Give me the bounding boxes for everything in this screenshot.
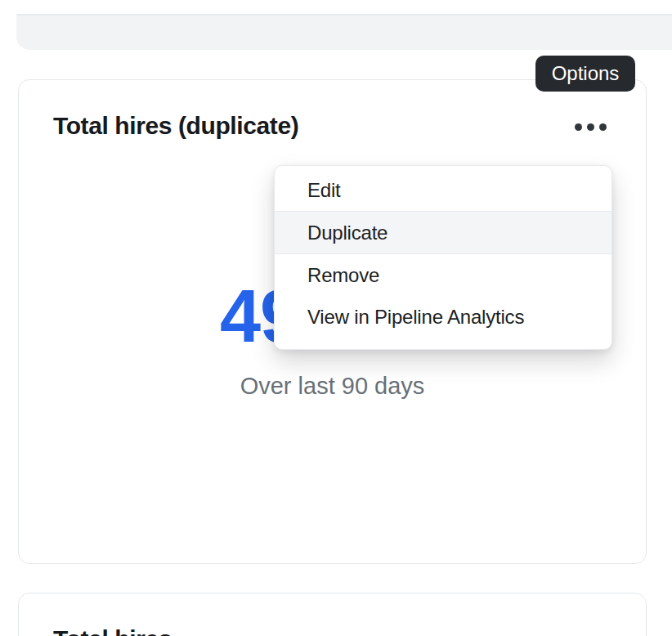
metric-subtitle: Over last 90 days	[19, 372, 646, 400]
ellipsis-icon	[575, 123, 607, 131]
card-options-menu: Edit Duplicate Remove View in Pipeline A…	[274, 165, 612, 350]
metric-card-total-hires: Total hires	[18, 593, 647, 636]
menu-item-view-pipeline-analytics[interactable]: View in Pipeline Analytics	[275, 296, 612, 338]
card-options-button[interactable]	[567, 114, 613, 139]
card-title: Total hires (duplicate)	[53, 111, 298, 141]
menu-item-duplicate[interactable]: Duplicate	[275, 212, 612, 253]
card-title: Total hires	[53, 625, 172, 636]
menu-item-remove[interactable]: Remove	[275, 254, 612, 296]
dashboard-page: Options Total hires (duplicate) 49 Over …	[0, 0, 672, 636]
menu-item-edit[interactable]: Edit	[275, 169, 612, 211]
options-tooltip: Options	[535, 56, 635, 92]
top-toolbar-remnant	[16, 14, 672, 50]
options-tooltip-label: Options	[552, 62, 620, 85]
